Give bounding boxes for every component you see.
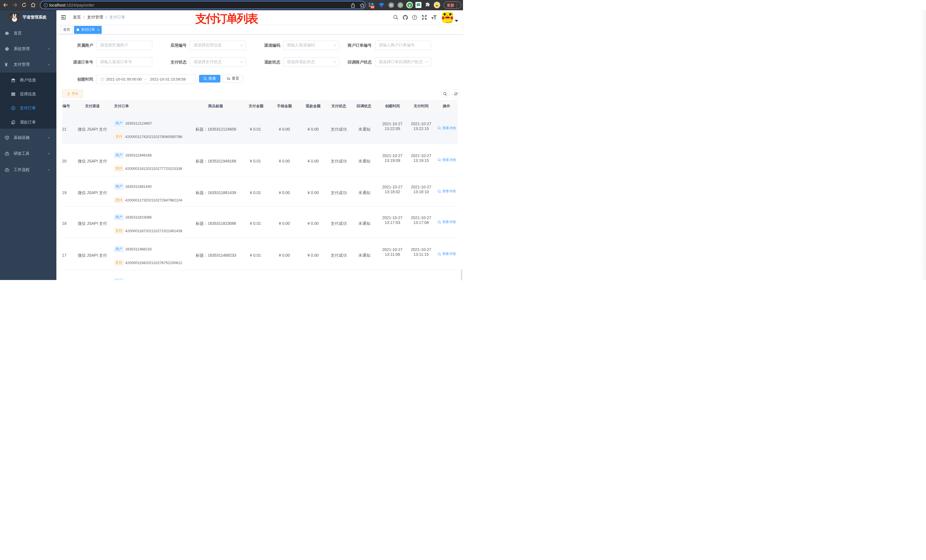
svg-text:¥: ¥ xyxy=(12,107,14,110)
svg-text:10: 10 xyxy=(371,6,374,9)
svg-text:?: ? xyxy=(414,16,415,19)
